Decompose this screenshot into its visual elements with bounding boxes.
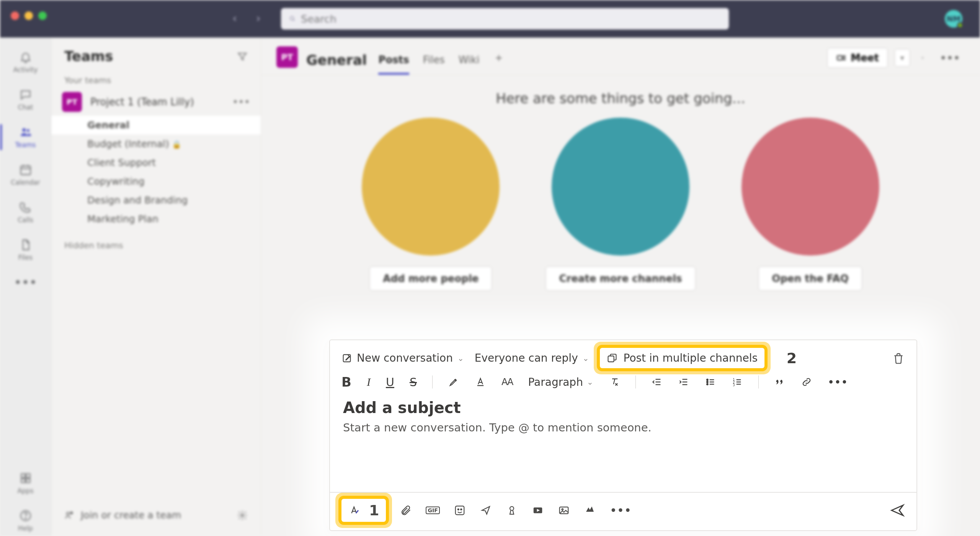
italic-button[interactable]: I (367, 375, 371, 388)
info-icon[interactable] (917, 52, 928, 64)
rail-files[interactable]: Files (0, 234, 51, 265)
join-team-label[interactable]: Join or create a team (81, 510, 181, 521)
channel-avatar: PT (276, 46, 298, 68)
presence-dot-icon (957, 22, 963, 28)
rail-apps[interactable]: Apps (0, 468, 51, 498)
outdent-icon[interactable] (651, 376, 663, 388)
strike-button[interactable]: S (410, 375, 417, 389)
profile-avatar[interactable]: NM (945, 10, 962, 28)
rail-help[interactable]: Help (0, 505, 51, 536)
delete-icon[interactable] (892, 352, 905, 365)
format-toggle-button[interactable]: 1 (341, 499, 386, 522)
open-faq-button[interactable]: Open the FAQ (758, 266, 862, 291)
bulleted-list-icon[interactable] (705, 376, 716, 388)
multi-channel-icon (607, 353, 617, 364)
gear-icon[interactable] (237, 510, 248, 521)
chevron-down-icon: ⌄ (587, 377, 593, 387)
filter-icon[interactable] (237, 51, 248, 62)
nav-arrows[interactable] (232, 16, 261, 22)
more-icon[interactable]: ••• (935, 48, 965, 68)
create-channels-button[interactable]: Create more channels (546, 266, 695, 291)
meet-dropdown[interactable]: ▾ (895, 49, 910, 67)
channel-client-support[interactable]: Client Support (51, 153, 261, 172)
minimize-icon[interactable] (24, 11, 33, 20)
tab-files[interactable]: Files (423, 54, 445, 75)
svg-point-35 (707, 381, 708, 383)
bell-icon (19, 51, 32, 64)
chat-icon (19, 88, 32, 101)
attach-icon[interactable] (400, 504, 412, 516)
svg-point-54 (562, 509, 563, 510)
font-size-button[interactable]: AA (501, 377, 513, 387)
search-input[interactable] (301, 13, 720, 25)
rail-activity[interactable]: Activity (0, 47, 51, 77)
channel-budget[interactable]: Budget (Internal)🔒 (51, 134, 261, 153)
people-icon (19, 126, 32, 139)
forward-icon[interactable] (255, 16, 261, 22)
team-avatar: PT (62, 92, 82, 112)
channel-copywriting[interactable]: Copywriting (51, 172, 261, 191)
rail-more[interactable]: ••• (0, 272, 51, 293)
reply-permissions-dropdown[interactable]: Everyone can reply ⌄ (475, 352, 589, 364)
zoom-icon[interactable] (38, 11, 47, 20)
channel-marketing-plan[interactable]: Marketing Plan (51, 210, 261, 228)
channel-general[interactable]: General (51, 116, 261, 134)
rail-teams[interactable]: Teams (0, 122, 51, 152)
bold-button[interactable]: B (341, 374, 351, 390)
team-row[interactable]: PT Project 1 (Team Lilly) ••• (51, 88, 261, 116)
channel-name: General (306, 52, 367, 68)
add-people-button[interactable]: Add more people (369, 266, 492, 291)
quote-icon[interactable] (774, 376, 786, 388)
join-team-icon[interactable] (64, 510, 74, 520)
praise-icon[interactable] (506, 504, 518, 516)
post-multiple-channels-button[interactable]: Post in multiple channels (600, 348, 765, 368)
rail-calendar[interactable]: Calendar (0, 159, 51, 190)
stream-icon[interactable] (532, 504, 544, 516)
ellipsis-icon[interactable]: ••• (232, 96, 250, 108)
rail-label: Files (18, 254, 33, 261)
teams-sidebar: Teams Your teams PT Project 1 (Team Lill… (51, 38, 261, 536)
numbered-list-icon[interactable]: 123 (732, 376, 743, 388)
underline-button[interactable]: U (386, 375, 394, 389)
svg-marker-49 (482, 506, 490, 514)
subject-input[interactable]: Add a subject (330, 395, 916, 417)
app-icon[interactable] (584, 504, 596, 516)
svg-point-19 (241, 514, 244, 516)
post-multi-label: Post in multiple channels (624, 352, 758, 364)
svg-rect-46 (455, 506, 464, 515)
link-icon[interactable] (801, 376, 812, 388)
gif-button[interactable]: GIF (426, 506, 439, 514)
divider (758, 375, 759, 388)
message-body-input[interactable]: Start a new conversation. Type @ to ment… (330, 417, 916, 438)
font-color-icon[interactable] (475, 376, 486, 388)
svg-point-36 (707, 384, 708, 385)
back-icon[interactable] (232, 16, 238, 22)
indent-icon[interactable] (678, 376, 689, 388)
emoji-icon[interactable] (454, 504, 466, 516)
channel-design-branding[interactable]: Design and Branding (51, 191, 261, 210)
sticker-icon[interactable] (480, 504, 492, 516)
clear-formatting-icon[interactable] (609, 376, 620, 388)
paragraph-style-dropdown[interactable]: Paragraph ⌄ (528, 376, 593, 388)
highlight-icon[interactable] (448, 376, 459, 388)
send-button[interactable] (890, 503, 905, 518)
window-controls[interactable] (11, 11, 47, 20)
image-icon[interactable] (558, 504, 570, 516)
rail-chat[interactable]: Chat (0, 84, 51, 115)
add-tab-button[interactable]: ＋ (493, 50, 505, 75)
conversation-type-dropdown[interactable]: New conversation ⌄ (341, 352, 464, 364)
calendar-icon (19, 163, 32, 176)
close-icon[interactable] (11, 11, 19, 20)
tab-posts[interactable]: Posts (378, 54, 409, 75)
search-box[interactable] (281, 8, 729, 30)
svg-point-3 (26, 129, 29, 132)
more-actions-icon[interactable]: ••• (610, 503, 632, 518)
tile-illustration-icon (362, 118, 500, 256)
rail-calls[interactable]: Calls (0, 197, 51, 228)
hidden-teams-label[interactable]: Hidden teams (51, 236, 261, 253)
meet-button[interactable]: Meet (827, 48, 888, 68)
tab-wiki[interactable]: Wiki (459, 54, 480, 75)
format-icon (348, 504, 361, 516)
more-formatting-icon[interactable]: ••• (828, 375, 848, 389)
svg-point-15 (67, 512, 69, 515)
